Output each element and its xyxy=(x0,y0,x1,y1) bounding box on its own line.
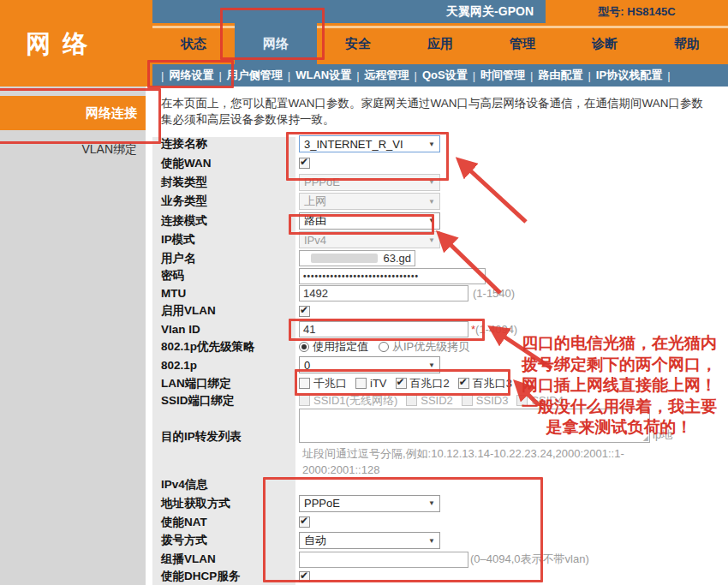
field-label: 用户名 xyxy=(152,251,295,266)
field-label: 使能WAN xyxy=(152,156,295,171)
form-row: 用户名 63.gd xyxy=(152,249,728,267)
ssid1-checkbox xyxy=(299,395,310,406)
separator: | xyxy=(473,69,475,82)
subnav-item-wlan-settings[interactable]: WLAN设置 xyxy=(295,68,351,83)
username-visible-text: 63.gd xyxy=(383,252,411,265)
enable-vlan-checkbox[interactable] xyxy=(299,306,310,317)
multicast-vlan-input[interactable] xyxy=(299,552,468,568)
lan-fe3-checkbox[interactable] xyxy=(458,378,469,389)
subnav: | 网络设置 | 用户侧管理 | WLAN设置 | 远程管理 | QoS设置 |… xyxy=(0,64,728,87)
checkbox-label: SSID3 xyxy=(476,394,509,407)
chevron-down-icon: ▼ xyxy=(428,198,435,206)
select-value: PPPoE xyxy=(304,176,340,188)
tab-help[interactable]: 帮助 xyxy=(646,23,728,64)
checkbox-label: 百兆口3 xyxy=(473,376,512,391)
form-row: 连接名称 3_INTERNET_R_VI ▼ xyxy=(152,134,728,154)
chevron-down-icon: ▼ xyxy=(428,140,435,148)
hint-line: 2000:2001::128 xyxy=(302,462,624,478)
field-label: 密码 xyxy=(152,268,295,284)
connection-mode-select[interactable]: 路由 ▼ xyxy=(299,212,440,230)
priority-specified-radio[interactable] xyxy=(299,342,309,352)
tab-diagnostics[interactable]: 诊断 xyxy=(564,23,646,64)
checkbox-label: 千兆口 xyxy=(313,376,347,391)
ip-mode-select: IPv4 ▼ xyxy=(299,231,440,248)
form-row: 密码 •••••••••••••••••••••••••••••• xyxy=(152,267,728,284)
subnav-item-network-settings[interactable]: 网络设置 xyxy=(169,68,213,83)
username-input[interactable]: 63.gd xyxy=(299,250,415,266)
sidebar: 网络连接 VLAN绑定 xyxy=(0,87,146,585)
resize-grip-icon: ◢ xyxy=(643,434,648,442)
form-row: 802.1p 0 ▼ xyxy=(152,355,728,374)
hint-line: 址段间通过逗号分隔,例如:10.12.13.14-10.22.23.24,200… xyxy=(302,445,624,462)
separator: | xyxy=(218,69,221,82)
form-row: Vlan ID 41 * (1-4094) xyxy=(152,319,728,338)
tab-application[interactable]: 应用 xyxy=(399,23,481,64)
ip-forward-textarea[interactable]: ◢ xyxy=(299,409,650,443)
field-label: LAN端口绑定 xyxy=(152,376,295,391)
connection-name-select[interactable]: 3_INTERNET_R_VI ▼ xyxy=(299,135,440,152)
checkbox-label: SSID4 xyxy=(531,394,564,407)
page-title: 网络 xyxy=(0,23,152,64)
vlan-id-input[interactable]: 41 xyxy=(299,321,468,337)
ssid3-checkbox xyxy=(462,395,473,406)
chevron-down-icon: ▼ xyxy=(428,217,435,224)
separator: | xyxy=(288,69,290,82)
service-type-select: 上网 ▼ xyxy=(299,193,440,210)
subnav-item-user-side-mgmt[interactable]: 用户侧管理 xyxy=(227,68,283,83)
lan-itv-checkbox[interactable] xyxy=(355,378,367,389)
tab-status[interactable]: 状态 xyxy=(152,23,235,64)
field-label: 目的IP转发列表 xyxy=(152,409,295,445)
form-row: MTU 1492 (1-1540) xyxy=(152,284,728,302)
tab-security[interactable]: 安全 xyxy=(317,23,399,64)
tab-management[interactable]: 管理 xyxy=(481,23,564,64)
chevron-down-icon: ▼ xyxy=(428,361,435,369)
8021p-select[interactable]: 0 ▼ xyxy=(299,356,440,373)
chevron-down-icon: ▼ xyxy=(428,499,435,507)
checkbox-label: SSID1(无线网络) xyxy=(313,393,397,409)
field-label: 启用VLAN xyxy=(152,303,295,319)
field-label: IP模式 xyxy=(152,232,295,248)
field-label: 地址获取方式 xyxy=(152,496,295,511)
subnav-item-route-config[interactable]: 路由配置 xyxy=(538,68,582,83)
form-row: 启用VLAN xyxy=(152,302,728,319)
chevron-down-icon: ▼ xyxy=(428,537,435,545)
ip-forward-hint: 址段间通过逗号分隔,例如:10.12.13.14-10.22.23.24,200… xyxy=(299,443,624,478)
field-label: 封装类型 xyxy=(152,175,295,190)
lan-gigabit-checkbox[interactable] xyxy=(299,378,310,389)
select-value: 0 xyxy=(304,359,310,372)
field-label: 连接模式 xyxy=(152,213,295,229)
tab-network[interactable]: 网络 xyxy=(235,23,317,64)
address-mode-select[interactable]: PPPoE ▼ xyxy=(299,495,440,512)
mtu-range-hint: (1-1540) xyxy=(473,287,515,300)
subnav-item-ip-stack-config[interactable]: IP协议栈配置 xyxy=(596,68,662,83)
field-label: 使能NAT xyxy=(152,515,295,530)
ip-forward-hint-side: ip地 xyxy=(653,427,672,443)
field-label: 802.1p xyxy=(152,359,295,372)
field-label: 使能DHCP服务 xyxy=(152,569,295,584)
field-label: 连接名称 xyxy=(152,136,295,152)
enable-wan-checkbox[interactable] xyxy=(299,158,310,169)
enable-nat-checkbox[interactable] xyxy=(299,516,310,528)
enable-dhcp-checkbox[interactable] xyxy=(299,571,310,582)
subnav-item-qos-settings[interactable]: QoS设置 xyxy=(422,68,468,83)
form-row: 使能WAN xyxy=(152,154,728,172)
dial-mode-select[interactable]: 自动 ▼ xyxy=(299,532,440,549)
subnav-item-time-mgmt[interactable]: 时间管理 xyxy=(480,68,525,83)
sidebar-item-vlan-binding[interactable]: VLAN绑定 xyxy=(0,142,146,158)
lan-fe2-checkbox[interactable] xyxy=(396,378,407,389)
select-value: 自动 xyxy=(304,533,326,548)
priority-copy-ip-radio[interactable] xyxy=(379,342,389,352)
select-value: PPPoE xyxy=(304,497,340,510)
multicast-vlan-hint: (0–4094,0表示不带vlan) xyxy=(470,552,589,567)
header: 网络 状态 网络 安全 应用 管理 诊断 帮助 xyxy=(0,23,728,64)
mtu-input[interactable]: 1492 xyxy=(299,285,468,301)
topbar: 天翼网关-GPON 型号: HS8145C xyxy=(0,0,728,23)
topbar-left-band xyxy=(0,0,152,23)
checkbox-label: iTV xyxy=(370,377,387,390)
password-input[interactable]: •••••••••••••••••••••••••••••• xyxy=(299,268,486,284)
form-row: 封装类型 PPPoE ▼ xyxy=(152,172,728,192)
router-config-page: 天翼网关-GPON 型号: HS8145C 网络 状态 网络 安全 应用 管理 … xyxy=(0,0,728,585)
sidebar-item-network-connection[interactable]: 网络连接 xyxy=(0,96,146,130)
select-value: IPv4 xyxy=(304,234,326,247)
subnav-item-remote-mgmt[interactable]: 远程管理 xyxy=(365,68,409,83)
